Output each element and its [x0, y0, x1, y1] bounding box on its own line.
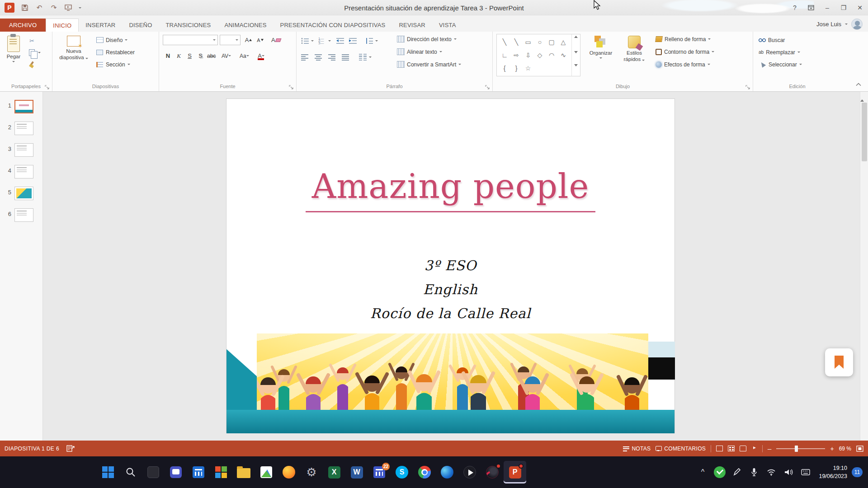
tab-inicio[interactable]: INICIO: [46, 19, 79, 32]
ribbon-display-options-button[interactable]: [803, 0, 819, 15]
teal-bottom-band-shape[interactable]: [226, 410, 675, 433]
tab-revisar[interactable]: REVISAR: [392, 19, 432, 32]
comments-toggle[interactable]: COMENTARIOS: [656, 446, 706, 452]
text-direction-button[interactable]: Dirección del texto: [397, 33, 457, 45]
customize-qat-caret-icon[interactable]: [79, 7, 81, 9]
thumbnail-slide-3[interactable]: 3: [6, 143, 42, 157]
thumbnail-image[interactable]: [14, 100, 33, 113]
tab-insertar[interactable]: INSERTAR: [79, 19, 122, 32]
slide-subtitle-text[interactable]: 3º ESO English Rocío de la Calle Real: [226, 253, 675, 325]
help-button[interactable]: ?: [787, 0, 803, 15]
spell-check-icon[interactable]: [66, 445, 75, 452]
thumbnail-slide-6[interactable]: 6: [6, 208, 42, 222]
reading-view-button[interactable]: [740, 446, 746, 451]
zoom-in-button[interactable]: +: [830, 445, 834, 452]
start-slideshow-icon[interactable]: [64, 4, 72, 12]
minimize-button[interactable]: –: [819, 0, 835, 15]
thumbnail-slide-1[interactable]: 1: [6, 100, 42, 113]
thumbnail-image[interactable]: [14, 122, 33, 135]
shape-star-icon[interactable]: ☆: [522, 61, 534, 75]
powerpoint-taskbar-button[interactable]: P: [504, 461, 526, 483]
arrange-button[interactable]: Organizar: [586, 33, 616, 59]
align-center-button[interactable]: [315, 52, 322, 63]
align-right-button[interactable]: [328, 52, 336, 63]
keyboard-tray-button[interactable]: [798, 462, 813, 482]
align-left-button[interactable]: [301, 52, 309, 63]
increase-indent-button[interactable]: [349, 35, 357, 47]
thumbnail-slide-2[interactable]: 2: [6, 122, 42, 135]
bookmark-overlay[interactable]: [825, 348, 853, 376]
tab-animaciones[interactable]: ANIMACIONES: [217, 19, 273, 32]
lightblue-shape[interactable]: [648, 342, 675, 357]
thumbnail-slide-4[interactable]: 4: [6, 165, 42, 178]
powerpoint-app-icon[interactable]: P: [5, 3, 14, 13]
zoom-slider[interactable]: [776, 448, 825, 449]
shape-diamond-icon[interactable]: ◇: [534, 48, 546, 61]
align-text-button[interactable]: Alinear texto: [397, 46, 442, 57]
word-button[interactable]: W: [345, 461, 368, 483]
portapapeles-dialog-launcher-icon[interactable]: [45, 84, 50, 89]
tab-vista[interactable]: VISTA: [432, 19, 463, 32]
thumbnail-image[interactable]: [14, 165, 33, 178]
shape-effects-button[interactable]: Efectos de forma: [656, 59, 710, 70]
bold-button[interactable]: N: [163, 51, 173, 61]
clock[interactable]: 19:10 19/06/2023: [819, 464, 847, 480]
line-spacing-button[interactable]: [365, 35, 378, 47]
replace-button[interactable]: ab Reemplazar: [759, 47, 800, 58]
scroll-up-icon[interactable]: [860, 92, 864, 102]
shapes-scroll-down-icon[interactable]: [574, 51, 578, 53]
skype-button[interactable]: S: [391, 461, 413, 483]
shape-ellipse-icon[interactable]: ○: [534, 35, 546, 48]
start-button[interactable]: [97, 461, 119, 483]
teal-wedge-shape[interactable]: [226, 345, 257, 411]
columns-button[interactable]: [359, 52, 372, 63]
grow-font-button[interactable]: A: [243, 35, 254, 45]
microphone-tray-button[interactable]: [746, 462, 762, 482]
avatar[interactable]: [851, 19, 863, 30]
slide-canvas[interactable]: Amazing people 3º ESO English Rocío de l…: [226, 99, 675, 433]
slideshow-view-button[interactable]: [751, 446, 757, 451]
calendar-app-button[interactable]: [187, 461, 210, 483]
shape-arc-icon[interactable]: ◠: [546, 48, 557, 61]
copy-button[interactable]: [28, 47, 41, 58]
thumbnail-image[interactable]: [14, 187, 33, 200]
media-player-button[interactable]: [458, 461, 481, 483]
shape-left-brace-icon[interactable]: {: [499, 61, 510, 75]
scrollbar-thumb[interactable]: [862, 103, 867, 161]
shape-rounded-rectangle-icon[interactable]: ▢: [546, 35, 557, 48]
text-shadow-button[interactable]: S: [195, 51, 206, 61]
cut-button[interactable]: ✂: [28, 35, 36, 47]
font-color-button[interactable]: A: [256, 51, 266, 61]
collapse-ribbon-button[interactable]: [854, 81, 863, 88]
shape-arrow-right-icon[interactable]: ⇨: [510, 48, 522, 61]
shape-right-brace-icon[interactable]: }: [510, 61, 522, 75]
vertical-scrollbar[interactable]: [860, 92, 868, 441]
close-button[interactable]: ✕: [852, 0, 868, 15]
tab-diseno[interactable]: DISEÑO: [122, 19, 159, 32]
new-slide-button[interactable]: Nuevadiapositiva: [57, 33, 90, 61]
tab-transiciones[interactable]: TRANSICIONES: [159, 19, 217, 32]
notes-toggle[interactable]: NOTAS: [623, 446, 651, 452]
justify-button[interactable]: [342, 52, 349, 63]
shape-line-icon[interactable]: ╲: [499, 35, 510, 48]
store-app-button[interactable]: [210, 461, 232, 483]
thumbnail-slide-5[interactable]: 5: [6, 187, 42, 200]
quick-styles-button[interactable]: Estilosrápidos: [618, 33, 650, 63]
edge-button[interactable]: [436, 461, 458, 483]
shape-outline-button[interactable]: Contorno de forma: [656, 46, 714, 57]
shape-scribble-icon[interactable]: ∿: [557, 48, 569, 61]
dark-app-button[interactable]: [142, 461, 165, 483]
italic-button[interactable]: K: [174, 51, 184, 61]
bullets-button[interactable]: [301, 35, 314, 47]
fit-slide-to-window-button[interactable]: [856, 446, 863, 452]
black-rectangle-shape[interactable]: [648, 357, 675, 380]
zoom-level[interactable]: 69 %: [839, 446, 851, 452]
parrafo-dialog-launcher-icon[interactable]: [485, 84, 490, 89]
thumbnail-image[interactable]: [14, 143, 33, 157]
shape-arrow-down-icon[interactable]: ⇩: [522, 48, 534, 61]
shrink-font-button[interactable]: A: [255, 35, 265, 45]
shape-elbow-icon[interactable]: ∟: [499, 48, 510, 61]
shapes-scroll-up-icon[interactable]: [574, 36, 578, 38]
select-button[interactable]: Seleccionar: [759, 59, 802, 70]
file-explorer-button[interactable]: [232, 461, 255, 483]
